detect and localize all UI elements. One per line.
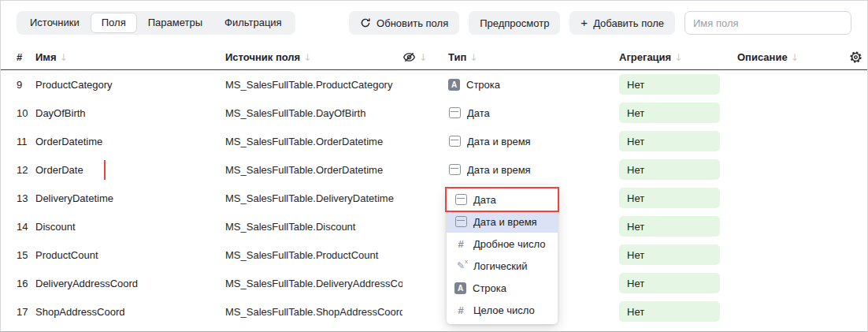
- table-row: 13 DeliveryDatetime MS_SalesFullTable.De…: [1, 184, 867, 212]
- sort-arrow-icon[interactable]: ↓: [469, 52, 477, 63]
- table-row: 17 ShopAddressCoord MS_SalesFullTable.Sh…: [1, 297, 867, 326]
- aggregation-select[interactable]: Нет: [619, 74, 720, 95]
- field-type: Строка: [466, 79, 500, 91]
- sort-arrow-icon[interactable]: ↓: [674, 52, 682, 63]
- field-source: MS_SalesFullTable.DeliveryDatetime: [225, 192, 394, 204]
- sort-arrow-icon[interactable]: ↓: [60, 52, 68, 63]
- field-name-cell[interactable]: ProductCategory: [35, 79, 225, 91]
- col-header-source[interactable]: Источник поля↓: [225, 51, 402, 63]
- col-header-hidden[interactable]: ↓: [402, 50, 448, 64]
- aggregation-select[interactable]: Нет: [619, 301, 720, 322]
- table-row: 12 OrderDate MS_SalesFullTable.OrderDate…: [1, 155, 867, 184]
- refresh-fields-button[interactable]: Обновить поля: [349, 11, 459, 35]
- aggregation-select[interactable]: Нет: [619, 159, 720, 180]
- col-header-aggregation[interactable]: Агрегация↓: [619, 51, 737, 63]
- field-type-cell[interactable]: Дата: [448, 106, 619, 119]
- field-name[interactable]: ShopAddressCoord: [35, 306, 124, 318]
- col-header-name[interactable]: Имя↓: [35, 51, 225, 63]
- plus-icon: +: [581, 17, 588, 28]
- type-option[interactable]: Целое число: [447, 299, 558, 321]
- field-name[interactable]: ProductCount: [35, 249, 98, 261]
- sort-arrow-icon[interactable]: ↓: [419, 52, 427, 63]
- refresh-fields-label: Обновить поля: [377, 17, 448, 29]
- dataset-editor-window: Источники Поля Параметры Фильтрация Обно…: [0, 0, 868, 332]
- row-number: 11: [17, 136, 35, 147]
- field-name-cell[interactable]: DeliveryAddressCoord: [35, 278, 225, 289]
- aggregation-select[interactable]: Нет: [619, 131, 720, 151]
- field-type-cell[interactable]: Строка: [448, 79, 619, 91]
- type-option-label: Целое число: [473, 304, 535, 316]
- field-aggregation-cell: Нет: [619, 301, 737, 322]
- field-name[interactable]: Discount: [35, 221, 76, 233]
- preview-label: Предпросмотр: [480, 17, 549, 29]
- field-source-cell[interactable]: MS_SalesFullTable.OrderDatetime: [225, 164, 402, 176]
- row-number: 16: [17, 278, 35, 289]
- field-name-cell[interactable]: ProductCount: [35, 249, 225, 261]
- datetime-type-icon: [454, 215, 467, 228]
- field-source: MS_SalesFullTable.Discount: [225, 221, 355, 233]
- field-name[interactable]: DeliveryAddressCoord: [35, 278, 138, 289]
- refresh-icon: [360, 17, 371, 28]
- type-option[interactable]: Дробное число: [447, 233, 558, 255]
- add-field-button[interactable]: + Добавить поле: [569, 11, 675, 35]
- field-name-cell[interactable]: DeliveryDatetime: [35, 192, 225, 204]
- field-aggregation-cell: Нет: [619, 188, 737, 208]
- field-source-cell[interactable]: MS_SalesFullTable.OrderDatetime: [225, 136, 402, 147]
- date-type-icon: [448, 106, 461, 119]
- field-name[interactable]: DayOfBirth: [35, 107, 86, 119]
- col-header-description[interactable]: Описание↓: [737, 51, 834, 63]
- field-source-cell[interactable]: MS_SalesFullTable.ProductCategory: [225, 79, 402, 91]
- field-name[interactable]: ProductCategory: [35, 79, 113, 91]
- toolbar-actions: Обновить поля Предпросмотр + Добавить по…: [349, 11, 851, 35]
- aggregation-select[interactable]: Нет: [619, 103, 720, 123]
- tab-sources[interactable]: Источники: [19, 13, 91, 33]
- field-source-cell[interactable]: MS_SalesFullTable.DeliveryDatetime: [225, 192, 402, 204]
- field-name-cell[interactable]: ShopAddressCoord: [35, 306, 225, 318]
- type-option-label: Дата: [473, 194, 496, 206]
- type-option[interactable]: Дата: [447, 188, 558, 211]
- field-name[interactable]: OrderDatetime: [35, 136, 102, 147]
- row-number: 17: [17, 306, 35, 318]
- row-number: 12: [17, 164, 35, 176]
- integer-type-icon: [454, 304, 467, 316]
- field-name-search-input[interactable]: [684, 11, 851, 35]
- table-header-row: # Имя↓ Источник поля↓ ↓ Тип↓ Агрегация↓ …: [1, 45, 867, 70]
- field-source-cell[interactable]: MS_SalesFullTable.DeliveryAddressCoord: [225, 278, 402, 289]
- field-source-cell[interactable]: MS_SalesFullTable.ShopAddressCoord: [225, 306, 402, 318]
- aggregation-select[interactable]: Нет: [619, 188, 720, 208]
- field-source-cell[interactable]: MS_SalesFullTable.DayOfBirth: [225, 107, 402, 119]
- field-source-cell[interactable]: MS_SalesFullTable.Discount: [225, 221, 402, 233]
- field-name[interactable]: OrderDate: [35, 160, 104, 180]
- datetime-type-icon: [448, 163, 461, 176]
- type-option[interactable]: Логический: [447, 255, 558, 277]
- field-name-cell[interactable]: DayOfBirth: [35, 107, 225, 119]
- tab-filtering[interactable]: Фильтрация: [213, 13, 293, 33]
- sort-arrow-icon[interactable]: ↓: [791, 52, 799, 63]
- table-settings-button[interactable]: [834, 50, 867, 64]
- tab-fields[interactable]: Поля: [91, 13, 137, 33]
- field-source-cell[interactable]: MS_SalesFullTable.ProductCount: [225, 249, 402, 261]
- table-row: 11 OrderDatetime MS_SalesFullTable.Order…: [1, 127, 867, 155]
- tab-parameters[interactable]: Параметры: [137, 13, 213, 33]
- table-row: 9 ProductCategory MS_SalesFullTable.Prod…: [1, 70, 867, 99]
- sort-arrow-icon[interactable]: ↓: [303, 52, 311, 63]
- row-number: 15: [17, 249, 35, 261]
- type-option[interactable]: Строка: [447, 277, 558, 299]
- field-name-cell[interactable]: OrderDatetime: [35, 136, 225, 147]
- date-type-icon: [454, 193, 467, 206]
- field-aggregation-cell: Нет: [619, 74, 737, 95]
- field-type-cell[interactable]: Дата и время: [448, 163, 619, 176]
- type-option-label: Дробное число: [473, 238, 545, 250]
- field-aggregation-cell: Нет: [619, 244, 737, 265]
- aggregation-select[interactable]: Нет: [619, 273, 720, 293]
- aggregation-select[interactable]: Нет: [619, 244, 720, 265]
- field-name-cell[interactable]: OrderDate: [35, 160, 225, 180]
- field-name[interactable]: DeliveryDatetime: [35, 192, 113, 204]
- type-option-label: Строка: [473, 282, 506, 294]
- preview-button[interactable]: Предпросмотр: [469, 11, 560, 35]
- col-header-type[interactable]: Тип↓: [448, 51, 619, 63]
- aggregation-select[interactable]: Нет: [619, 216, 720, 237]
- field-name-cell[interactable]: Discount: [35, 221, 225, 233]
- type-option[interactable]: Дата и время: [447, 211, 558, 233]
- field-type-cell[interactable]: Дата и время: [448, 135, 619, 147]
